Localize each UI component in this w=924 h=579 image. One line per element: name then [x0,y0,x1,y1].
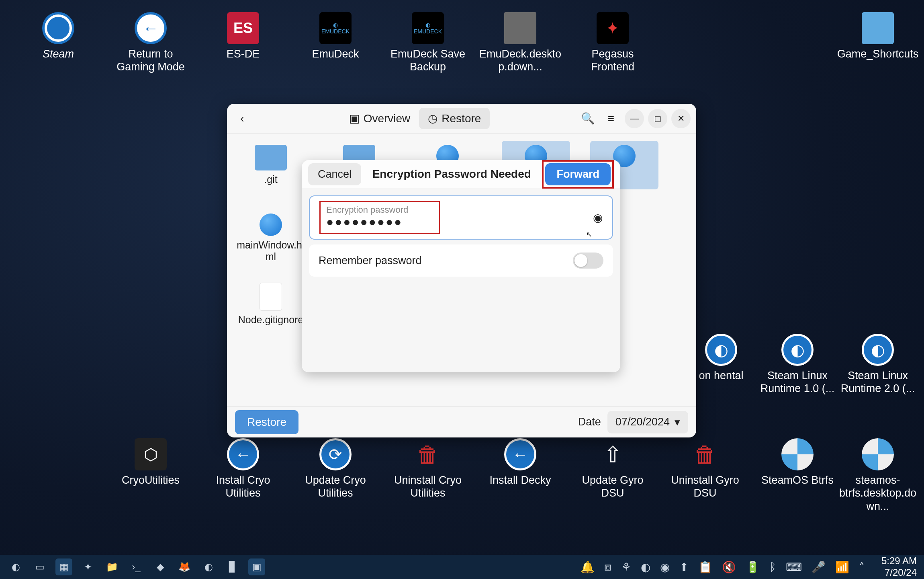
icon-label: Steam Linux Runtime 1.0 (... [755,369,840,395]
task-files[interactable]: 📁 [104,558,121,575]
update-icon[interactable]: ⬆ [679,561,689,574]
forward-button[interactable]: Forward [545,163,611,185]
task-app1[interactable]: ▦ [55,558,72,575]
clock[interactable]: 5:29 AM 7/20/24 [874,555,917,579]
desktop-icon-update-gyro[interactable]: ⇧Update Gyro DSU [566,438,659,500]
show-password-button[interactable]: ◉ [593,211,603,224]
forward-highlight: Forward [542,160,614,189]
mic-icon[interactable]: 🎤 [812,561,826,574]
titlebar-right: 🔍 ≡ — ◻ ✕ [578,109,691,128]
task-firefox[interactable]: 🦊 [176,558,193,575]
icon-label: Install Cryo Utilities [201,474,285,500]
arrow-left-circle-icon: ← [227,438,259,470]
task-app3[interactable]: ◆ [152,558,169,575]
desktop-icon-uninstall-cryo[interactable]: 🗑Uninstall Cryo Utilities [382,438,474,500]
desktop-icon-return-gaming[interactable]: ←Return to Gaming Mode [104,12,197,74]
document-icon [504,12,536,44]
desktop-icon-steam[interactable]: Steam [12,12,104,60]
leaf-icon[interactable]: ⚘ [621,561,631,574]
task-desktop[interactable]: ▭ [31,558,48,575]
desktop-icon-game-shortcuts[interactable]: Game_Shortcuts [832,12,924,60]
start-button[interactable]: ◐ [7,558,24,575]
task-app4[interactable]: ▊ [224,558,241,575]
trash-icon: 🗑 [412,438,444,470]
desktop-icon-emudeck[interactable]: ◐ EMUDECKEmuDeck [289,12,382,60]
overview-icon: ▣ [349,112,360,125]
menu-button[interactable]: ≡ [601,109,621,128]
minimize-button[interactable]: — [625,109,644,128]
wifi-icon[interactable]: 📶 [835,561,849,574]
desktop-icon-uninstall-gyro[interactable]: 🗑Uninstall Gyro DSU [659,438,751,500]
task-app2[interactable]: ✦ [80,558,96,575]
desktop-icon-emudeck-save[interactable]: ◐ EMUDECKEmuDeck Save Backup [382,12,474,74]
restore-icon: ◷ [428,112,437,125]
battery-icon[interactable]: 🔋 [746,561,760,574]
desktop-icon-emudeck-down[interactable]: EmuDeck.desktop.down... [474,12,566,74]
steam-tray-icon[interactable]: ◐ [641,561,650,574]
icon-label: Game_Shortcuts [837,47,919,60]
keyboard-icon[interactable]: ⌨ [786,561,802,574]
restore-button[interactable]: Restore [235,410,298,434]
notifications-icon[interactable]: 🔔 [581,561,595,574]
document-icon [260,283,282,311]
folder-icon [255,145,287,170]
icon-label: EmuDeck.desktop.down... [478,47,562,74]
steam-icon: ◐ [781,334,814,366]
volume-muted-icon[interactable]: 🔇 [722,561,736,574]
icon-label: Steam [43,47,74,60]
arrow-left-circle-icon: ← [504,438,536,470]
close-button[interactable]: ✕ [671,109,691,128]
compass-icon[interactable]: ◉ [660,561,670,574]
desktop-icon-slr2[interactable]: ◐Steam Linux Runtime 2.0 (... [832,334,924,395]
task-steam[interactable]: ◐ [200,558,217,575]
icon-label: steamos-btrfs.desktop.down... [836,474,920,513]
file-label: .git [264,174,277,185]
icon-label: CryoUtilities [122,474,180,487]
icon-label: Install Decky [489,474,551,487]
desktop-icon-steamos-btrfs-down[interactable]: steamos-btrfs.desktop.down... [832,438,924,513]
back-button[interactable]: ‹ [233,109,252,128]
task-app5[interactable]: ▣ [248,558,265,575]
dialog-body: Encryption password ●●●●●●●●● ◉ Remember… [302,188,620,284]
bluetooth-icon[interactable]: ᛒ [769,561,776,573]
maximize-button[interactable]: ◻ [648,109,667,128]
dropbox-icon[interactable]: ⧈ [604,561,611,574]
desktop-icon-install-cryo[interactable]: ←Install Cryo Utilities [197,438,289,500]
arrow-left-circle-icon: ← [135,12,167,44]
file-item-mainwindow[interactable]: mainWindow.html [237,209,305,267]
tab-label: Overview [364,112,411,125]
icon-label: on hental [699,369,743,382]
date-dropdown[interactable]: 07/20/2024▾ [607,411,688,433]
desktop-icon-esde[interactable]: ESES-DE [197,12,289,60]
chevron-up-icon[interactable]: ˄ [859,561,865,574]
file-item-gitignore[interactable]: Node.gitignore [237,279,305,330]
search-button[interactable]: 🔍 [578,109,597,128]
file-item-git[interactable]: .git [237,141,305,189]
desktop-icon-install-decky[interactable]: ←Install Decky [474,438,566,487]
tabs: ▣Overview ◷Restore [340,108,490,129]
remember-toggle[interactable] [573,253,603,269]
field-value: ●●●●●●●●● [326,215,433,229]
clipboard-icon[interactable]: 📋 [698,561,712,574]
desktop-icon-steamos-btrfs[interactable]: SteamOS Btrfs [751,438,844,487]
icon-label: Update Gyro DSU [570,474,655,500]
clock-time: 5:29 AM [881,555,917,567]
dialog-title: Encryption Password Needed [372,168,531,181]
window-footer: Restore Date 07/20/2024▾ [227,406,696,437]
desktop-icon-pegasus[interactable]: ✦Pegasus Frontend [566,12,659,74]
emudeck-icon: ◐ EMUDECK [412,12,444,44]
remember-row: Remember password [309,244,613,277]
icon-label: EmuDeck Save Backup [386,47,470,74]
desktop-icon-slr1[interactable]: ◐Steam Linux Runtime 1.0 (... [751,334,844,395]
cancel-button[interactable]: Cancel [308,163,361,185]
task-terminal[interactable]: ›_ [128,558,145,575]
tab-restore[interactable]: ◷Restore [419,108,490,129]
globe-icon [260,214,282,236]
hex-icon: ⬡ [135,438,167,470]
tab-overview[interactable]: ▣Overview [340,108,419,129]
password-field[interactable]: Encryption password ●●●●●●●●● [326,205,433,229]
desktop-icon-update-cryo[interactable]: ⟳Update Cryo Utilities [289,438,382,500]
emudeck-icon: ◐ EMUDECK [319,12,352,44]
desktop-icon-cryo[interactable]: ⬡CryoUtilities [104,438,197,487]
chevron-down-icon: ▾ [675,416,680,429]
